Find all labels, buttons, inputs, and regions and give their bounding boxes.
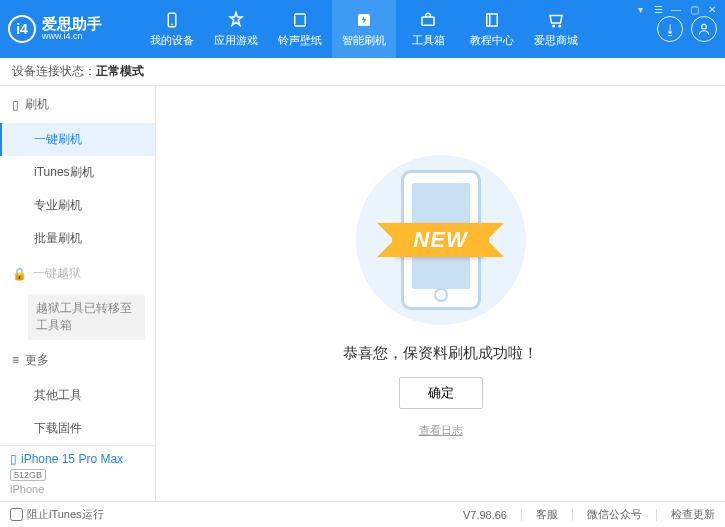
sidebar-item-pro[interactable]: 专业刷机 <box>0 189 155 222</box>
success-illustration: NEW <box>341 150 541 330</box>
svg-point-9 <box>702 24 707 29</box>
logo: i4 爱思助手 www.i4.cn <box>8 15 140 43</box>
status-label: 设备连接状态： <box>12 63 96 80</box>
device-info[interactable]: ▯iPhone 15 Pro Max 512GB iPhone <box>0 445 155 501</box>
phone-icon: ▯ <box>12 98 19 112</box>
cart-icon <box>546 10 566 30</box>
device-icon <box>162 10 182 30</box>
sidebar-group-flash[interactable]: ▯刷机 <box>0 86 155 123</box>
list-icon: ≡ <box>12 353 19 367</box>
status-value: 正常模式 <box>96 63 144 80</box>
new-ribbon: NEW <box>395 223 485 257</box>
nav-my-device[interactable]: 我的设备 <box>140 0 204 58</box>
nav-toolbox[interactable]: 工具箱 <box>396 0 460 58</box>
view-log-link[interactable]: 查看日志 <box>419 423 463 438</box>
sidebar-item-oneclick[interactable]: 一键刷机 <box>0 123 155 156</box>
apps-icon <box>226 10 246 30</box>
success-message: 恭喜您，保资料刷机成功啦！ <box>343 344 538 363</box>
nav-ringtones[interactable]: 铃声壁纸 <box>268 0 332 58</box>
footer-link-support[interactable]: 客服 <box>536 507 558 522</box>
menu-icon[interactable]: ▾ <box>633 4 647 18</box>
version-label: V7.98.66 <box>463 509 507 521</box>
sidebar-item-batch[interactable]: 批量刷机 <box>0 222 155 255</box>
device-icon: ▯ <box>10 452 17 466</box>
footer: 阻止iTunes运行 V7.98.66 客服 微信公众号 检查更新 <box>0 501 725 527</box>
options-icon[interactable]: ☰ <box>651 4 665 18</box>
logo-url: www.i4.cn <box>42 32 102 42</box>
toolbox-icon <box>418 10 438 30</box>
sidebar-item-other[interactable]: 其他工具 <box>0 379 155 412</box>
sidebar-group-more[interactable]: ≡更多 <box>0 342 155 379</box>
device-capacity: 512GB <box>10 469 46 481</box>
checkbox-block-itunes[interactable]: 阻止iTunes运行 <box>10 507 104 522</box>
user-button[interactable] <box>691 16 717 42</box>
music-icon <box>290 10 310 30</box>
lock-icon: 🔒 <box>12 267 27 281</box>
sidebar-group-jailbreak: 🔒一键越狱 <box>0 255 155 292</box>
svg-rect-2 <box>295 14 306 26</box>
svg-point-8 <box>559 25 561 27</box>
nav-tutorials[interactable]: 教程中心 <box>460 0 524 58</box>
device-name: iPhone 15 Pro Max <box>21 452 123 466</box>
top-nav: 我的设备 应用游戏 铃声壁纸 智能刷机 工具箱 教程中心 爱思商城 <box>140 0 657 58</box>
footer-link-wechat[interactable]: 微信公众号 <box>587 507 642 522</box>
download-button[interactable]: ⭳ <box>657 16 683 42</box>
book-icon <box>482 10 502 30</box>
nav-apps[interactable]: 应用游戏 <box>204 0 268 58</box>
logo-title: 爱思助手 <box>42 16 102 33</box>
footer-link-update[interactable]: 检查更新 <box>671 507 715 522</box>
sidebar-item-firmware[interactable]: 下载固件 <box>0 412 155 445</box>
svg-rect-4 <box>422 17 434 25</box>
nav-flash[interactable]: 智能刷机 <box>332 0 396 58</box>
logo-icon: i4 <box>8 15 36 43</box>
svg-rect-5 <box>487 14 498 26</box>
nav-store[interactable]: 爱思商城 <box>524 0 588 58</box>
device-type: iPhone <box>10 483 145 495</box>
svg-point-7 <box>553 25 555 27</box>
sidebar-item-itunes[interactable]: iTunes刷机 <box>0 156 155 189</box>
flash-icon <box>354 10 374 30</box>
main-panel: NEW 恭喜您，保资料刷机成功啦！ 确定 查看日志 <box>156 86 725 501</box>
sidebar-jailbreak-note[interactable]: 越狱工具已转移至工具箱 <box>28 294 145 340</box>
status-bar: 设备连接状态： 正常模式 <box>0 58 725 86</box>
sidebar: ▯刷机 一键刷机 iTunes刷机 专业刷机 批量刷机 🔒一键越狱 越狱工具已转… <box>0 86 156 501</box>
ok-button[interactable]: 确定 <box>399 377 483 409</box>
